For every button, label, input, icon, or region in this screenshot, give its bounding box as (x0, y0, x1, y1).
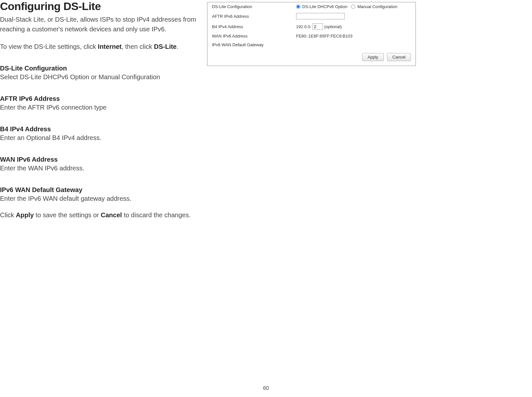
footer-instruction: Click Apply to save the settings or Canc… (0, 211, 201, 219)
section-title-b4: B4 IPv4 Address (0, 125, 201, 133)
row-wan: WAN IPv6 Address FE80::1E6F:65FF:FEC8:B1… (207, 32, 416, 40)
footer-cancel: Cancel (101, 211, 122, 219)
label-wan: WAN IPv6 Address (212, 34, 296, 38)
aftr-input[interactable] (296, 13, 345, 19)
label-ds-lite-config: DS-Lite Configuration (212, 4, 296, 9)
section-desc-wan: Enter the WAN IPv6 address. (0, 165, 201, 172)
wan-value: FE80::1E6F:65FF:FEC8:B103 (296, 34, 352, 38)
ds-lite-radio-group: DS-Lite DHCPv6 Option Manual Configurati… (296, 4, 401, 9)
label-gateway: IPv6 WAN Default Gateway (212, 42, 296, 47)
section-title-wan: WAN IPv6 Address (0, 156, 201, 163)
section-desc-aftr: Enter the AFTR IPv6 connection type (0, 104, 201, 111)
button-row: Apply Cancel (207, 49, 416, 66)
radio-dhcpv6[interactable] (296, 5, 300, 9)
section-desc-b4: Enter an Optional B4 IPv4 address. (0, 134, 201, 142)
radio-dhcpv6-label: DS-Lite DHCPv6 Option (302, 4, 347, 9)
label-aftr: AFTR IPv6 Address (212, 14, 296, 19)
intro-paragraph: Dual-Stack Lite, or DS-Lite, allows ISPs… (0, 15, 201, 34)
footer-apply: Apply (16, 211, 34, 219)
page-title: Configuring DS-Lite (0, 0, 201, 13)
section-desc-gateway: Enter the IPv6 WAN default gateway addre… (0, 195, 201, 202)
label-b4: B4 IPv4 Address (212, 24, 296, 29)
row-b4: B4 IPv4 Address 192.0.0. (optional) (207, 21, 416, 32)
b4-prefix: 192.0.0. (296, 24, 311, 29)
radio-manual[interactable] (351, 5, 355, 9)
nav-internet: Internet (98, 43, 121, 50)
config-panel: DS-Lite Configuration DS-Lite DHCPv6 Opt… (207, 2, 416, 66)
radio-manual-label: Manual Configuration (357, 4, 397, 9)
section-title-gateway: IPv6 WAN Default Gateway (0, 186, 201, 194)
apply-button[interactable]: Apply (362, 53, 384, 61)
b4-suffix: (optional) (324, 24, 342, 29)
page-number: 60 (263, 385, 269, 391)
section-title-aftr: AFTR IPv6 Address (0, 95, 201, 102)
doc-content: Configuring DS-Lite Dual-Stack Lite, or … (0, 0, 201, 233)
b4-input[interactable] (313, 23, 323, 30)
section-title-config: DS-Lite Configuration (0, 65, 201, 72)
row-aftr: AFTR IPv6 Address (207, 11, 416, 21)
row-gateway: IPv6 WAN Default Gateway (207, 40, 416, 49)
cancel-button[interactable]: Cancel (387, 53, 411, 61)
nav-instruction: To view the DS-Lite settings, click Inte… (0, 43, 201, 50)
row-ds-lite-config: DS-Lite Configuration DS-Lite DHCPv6 Opt… (207, 2, 416, 11)
section-desc-config: Select DS-Lite DHCPv6 Option or Manual C… (0, 73, 201, 81)
nav-dslite: DS-Lite (154, 43, 177, 50)
